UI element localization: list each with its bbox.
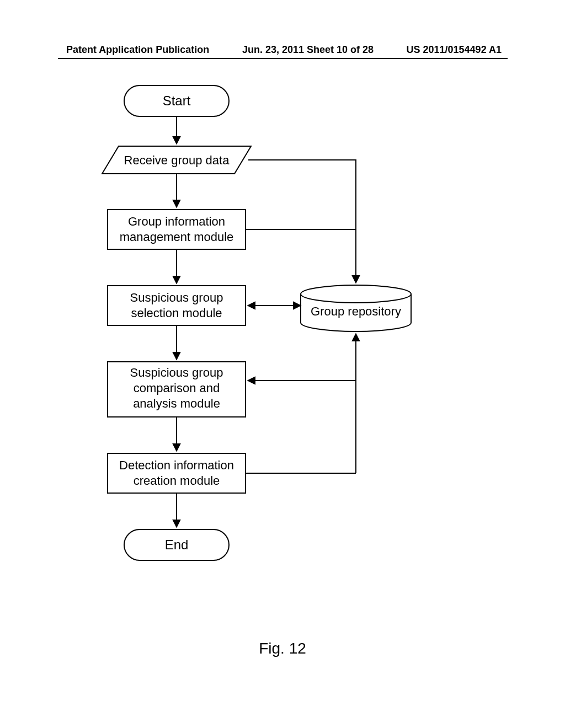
gim-line2: management module <box>120 230 234 244</box>
receive-data-io: Receive group data <box>102 146 251 174</box>
sgca-line3: analysis module <box>133 397 220 410</box>
svg-point-7 <box>301 285 411 303</box>
header-center: Jun. 23, 2011 Sheet 10 of 28 <box>242 44 374 56</box>
page-header: Patent Application Publication Jun. 23, … <box>0 44 565 56</box>
dic-line1: Detection information <box>119 458 234 472</box>
repo-label: Group repository <box>311 304 401 318</box>
sgs-line2: selection module <box>131 306 222 320</box>
figure-caption: Fig. 12 <box>0 640 565 657</box>
group-repository-db: Group repository <box>301 285 411 331</box>
flowchart-diagram: Start Receive group data Group informati… <box>0 72 565 623</box>
sgs-line1: Suspicious group <box>130 291 223 304</box>
header-rule <box>58 58 508 59</box>
susp-group-select-box: Suspicious group selection module <box>108 286 246 325</box>
gim-line1: Group information <box>128 215 225 228</box>
start-label: Start <box>163 93 191 108</box>
susp-group-compare-box: Suspicious group comparison and analysis… <box>108 362 246 417</box>
detection-info-box: Detection information creation module <box>108 453 246 493</box>
header-right: US 2011/0154492 A1 <box>407 44 502 56</box>
end-terminator: End <box>124 529 229 560</box>
page: Patent Application Publication Jun. 23, … <box>0 0 565 728</box>
sgca-line1: Suspicious group <box>130 366 223 379</box>
conn-receive-to-repo <box>248 160 356 283</box>
start-terminator: Start <box>124 85 229 116</box>
sgca-line2: comparison and <box>134 381 220 395</box>
header-left: Patent Application Publication <box>66 44 209 56</box>
dic-line2: creation module <box>134 474 220 488</box>
group-info-mgmt-box: Group information management module <box>108 210 246 249</box>
receive-label: Receive group data <box>124 153 230 167</box>
end-label: End <box>165 537 189 552</box>
